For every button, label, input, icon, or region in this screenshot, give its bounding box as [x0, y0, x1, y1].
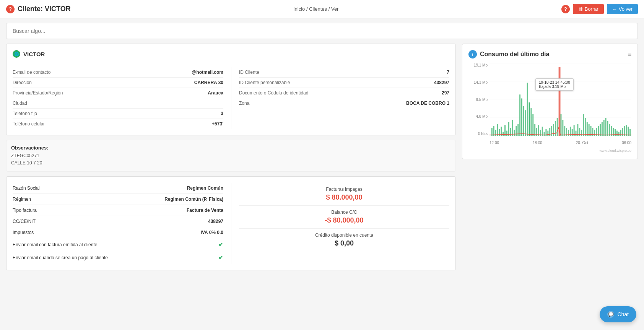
svg-rect-38	[553, 124, 554, 136]
x-label-0: 12:00	[490, 141, 499, 145]
svg-rect-63	[600, 124, 601, 136]
custom-id-value: 438297	[434, 80, 449, 85]
id-label: ID Cliente	[239, 70, 259, 75]
info-row-doc: Documento o Cédula de identidad 297	[239, 88, 449, 98]
info-row-id: ID Cliente 7	[239, 67, 449, 78]
phone-fixed-value: 3	[221, 111, 223, 116]
chart-watermark: www.cloud.wispro.co	[468, 149, 631, 153]
billing-card: Razón Social Regimen Común Régimen Regim…	[6, 176, 456, 270]
info-row-custom-id: ID Cliente personalizable 438297	[239, 78, 449, 88]
y-label-4: 0 Bits	[468, 132, 488, 136]
back-arrow-icon: ←	[612, 6, 617, 12]
billing-row-nit: CC/CE/NIT 438297	[13, 216, 223, 227]
credito-label: Crédito disponible en cuenta	[239, 232, 449, 238]
svg-rect-13	[506, 131, 507, 136]
billing-summary-impagas: Facturas impagas $ 80.000,00	[239, 183, 449, 206]
header: ? Cliente: VICTOR Inicio / Clientes / Ve…	[0, 0, 644, 18]
billing-row-regimen: Régimen Regimen Común (P. Física)	[13, 194, 223, 205]
svg-rect-21	[521, 98, 522, 136]
help-icon-left[interactable]: ?	[6, 5, 15, 13]
x-label-3: 06:00	[622, 141, 631, 145]
chart-svg	[490, 63, 631, 136]
svg-rect-54	[583, 114, 584, 136]
svg-rect-53	[581, 130, 582, 136]
chart-area: 19.1 Mb 14.3 Mb 9.5 Mb 4.8 Mb 0 Bits	[468, 63, 631, 147]
header-actions: ? 🗑 Borrar ← Volver	[561, 4, 638, 14]
search-input[interactable]	[13, 28, 631, 34]
delete-button[interactable]: 🗑 Borrar	[573, 4, 604, 14]
svg-rect-69	[611, 126, 612, 136]
observations-label: Observaciones:	[11, 145, 451, 151]
svg-rect-28	[534, 124, 535, 136]
svg-rect-30	[538, 125, 539, 136]
billing-summary-credito: Crédito disponible en cuenta $ 0,00	[239, 229, 449, 251]
impagas-amount: $ 80.000,00	[239, 193, 449, 202]
delete-label: Borrar	[585, 6, 598, 12]
billing-row-impuestos: Impuestos IVA 0% 0.0	[13, 227, 223, 238]
obs-line-1: ZTEGC05271	[11, 152, 451, 159]
chart-tooltip: 19-10-23 14:45:00 Bajada 3.19 Mb	[535, 78, 574, 91]
phone-fixed-label: Teléfono fijo	[13, 111, 37, 116]
svg-rect-72	[616, 131, 618, 136]
svg-rect-55	[585, 118, 586, 136]
billing-grid: Razón Social Regimen Común Régimen Regim…	[13, 183, 449, 264]
client-name: VICTOR	[23, 51, 45, 57]
client-name-row: 🌐 VICTOR	[13, 50, 449, 61]
info-row-city: Ciudad	[13, 98, 223, 109]
y-label-2: 9.5 Mb	[468, 98, 488, 102]
svg-rect-76	[624, 126, 625, 136]
address-label: Dirección	[13, 80, 32, 85]
breadcrumb: Inicio / Clientes / Ver	[293, 6, 339, 12]
tipo-value: Factura de Venta	[187, 208, 223, 213]
client-card: 🌐 VICTOR E-mail de contacto @hotmail.com…	[6, 44, 456, 135]
billing-row-tipo: Tipo factura Factura de Venta	[13, 205, 223, 216]
zone-label: Zona	[239, 101, 249, 106]
tooltip-line1: 19-10-23 14:45:00	[539, 80, 570, 85]
info-row-zone: Zona BOCA DE COBRO 1	[239, 98, 449, 108]
chart-y-labels: 19.1 Mb 14.3 Mb 9.5 Mb 4.8 Mb 0 Bits	[468, 63, 488, 136]
razon-value: Regimen Común	[187, 185, 223, 191]
balance-amount: -$ 80.000,00	[239, 216, 449, 224]
svg-rect-56	[587, 122, 588, 136]
obs-line-2: CALLE 10 7 20	[11, 159, 451, 167]
phone-mobile-value: +573'	[212, 121, 223, 127]
svg-rect-67	[607, 121, 608, 136]
chart-menu-icon[interactable]: ≡	[628, 51, 631, 58]
city-label: Ciudad	[13, 101, 27, 106]
zone-value: BOCA DE COBRO 1	[406, 101, 449, 106]
billing-row-razon: Razón Social Regimen Común	[13, 183, 223, 194]
svg-rect-27	[532, 114, 533, 136]
svg-rect-37	[551, 126, 552, 136]
svg-rect-49	[574, 125, 575, 136]
back-button[interactable]: ← Volver	[607, 4, 638, 14]
help-icon-right[interactable]: ?	[561, 5, 570, 13]
impuestos-value: IVA 0% 0.0	[201, 230, 223, 235]
x-label-2: 20. Oct	[576, 141, 588, 145]
nit-label: CC/CE/NIT	[13, 219, 36, 224]
impagas-label: Facturas impagas	[239, 187, 449, 192]
info-row-province: Provincia/Estado/Región Arauca	[13, 88, 223, 98]
email-factura-label: Enviar email con factura emitida al clie…	[13, 242, 97, 247]
info-col-left: E-mail de contacto @hotmail.com Direcció…	[13, 67, 231, 129]
tipo-label: Tipo factura	[13, 208, 37, 213]
svg-rect-8	[497, 124, 498, 136]
email-label: E-mail de contacto	[13, 70, 50, 75]
right-panel: i Consumo del último día ≡ 19.1 Mb 14.3 …	[462, 44, 638, 270]
tooltip-line2: Bajada 3.19 Mb	[539, 85, 570, 89]
svg-rect-57	[589, 124, 590, 136]
impuestos-label: Impuestos	[13, 230, 34, 235]
doc-value: 297	[442, 90, 449, 96]
back-label: Volver	[619, 6, 633, 12]
regimen-value: Regimen Común (P. Física)	[164, 197, 223, 202]
chart-svg-container: 19-10-23 14:45:00 Bajada 3.19 Mb	[490, 63, 631, 136]
svg-rect-44	[564, 126, 565, 136]
svg-rect-16	[512, 120, 513, 136]
info-row-email: E-mail de contacto @hotmail.com	[13, 67, 223, 78]
province-label: Provincia/Estado/Región	[13, 90, 63, 96]
svg-rect-50	[576, 131, 577, 136]
left-panel: 🌐 VICTOR E-mail de contacto @hotmail.com…	[6, 44, 456, 270]
id-value: 7	[447, 70, 449, 75]
page-title: Cliente: VICTOR	[18, 5, 71, 13]
client-globe-icon: 🌐	[13, 50, 20, 58]
chart-info-icon: i	[468, 50, 477, 59]
